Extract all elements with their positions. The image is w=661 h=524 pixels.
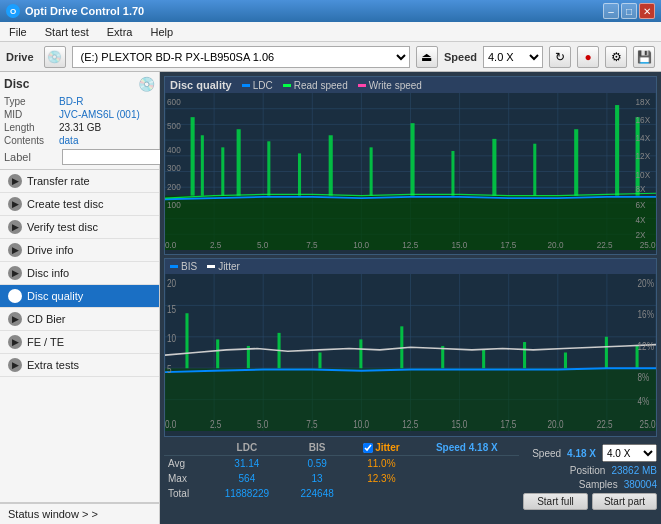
disc-mid-value: JVC-AMS6L (001) [59, 109, 140, 120]
svg-text:7.5: 7.5 [306, 418, 317, 430]
menu-bar: File Start test Extra Help [0, 22, 661, 42]
samples-row: Samples 380004 [579, 479, 657, 490]
disc-contents-value: data [59, 135, 78, 146]
samples-label: Samples [579, 479, 618, 490]
cd-bier-label: CD Bier [27, 313, 66, 325]
col-bis-header: BIS [286, 440, 348, 456]
sidebar-bottom: Status window > > [0, 502, 159, 524]
svg-text:12X: 12X [636, 151, 651, 162]
sidebar-item-drive-info[interactable]: ▶ Drive info [0, 239, 159, 262]
transfer-rate-label: Transfer rate [27, 175, 90, 187]
legend-write-speed: Write speed [358, 80, 422, 91]
svg-text:25.0: 25.0 [640, 418, 656, 430]
svg-text:300: 300 [167, 163, 181, 174]
sidebar: Disc 💿 Type BD-R MID JVC-AMS6L (001) Len… [0, 72, 160, 524]
speed-select[interactable]: 4.0 X [602, 444, 657, 462]
close-button[interactable]: ✕ [639, 3, 655, 19]
svg-text:20%: 20% [638, 277, 654, 289]
disc-length-label: Length [4, 122, 59, 133]
disc-quality-label: Disc quality [27, 290, 83, 302]
disc-label-label: Label [4, 151, 59, 163]
legend-jitter: Jitter [207, 261, 240, 272]
title-bar-controls: – □ ✕ [603, 3, 655, 19]
sidebar-item-fe-te[interactable]: ▶ FE / TE [0, 331, 159, 354]
disc-header: Disc 💿 [4, 76, 155, 92]
disc-contents-label: Contents [4, 135, 59, 146]
svg-rect-84 [318, 353, 321, 369]
svg-rect-31 [451, 151, 454, 196]
create-test-disc-icon: ▶ [8, 197, 22, 211]
legend-read-speed: Read speed [283, 80, 348, 91]
menu-help[interactable]: Help [145, 25, 178, 39]
legend-read-speed-dot [283, 84, 291, 87]
legend-write-speed-label: Write speed [369, 80, 422, 91]
svg-text:100: 100 [167, 199, 181, 210]
save-btn[interactable]: 💾 [633, 46, 655, 68]
sidebar-item-verify-test-disc[interactable]: ▶ Verify test disc [0, 216, 159, 239]
jitter-checkbox[interactable] [363, 443, 373, 453]
disc-panel: Disc 💿 Type BD-R MID JVC-AMS6L (001) Len… [0, 72, 159, 170]
app-icon: O [6, 4, 20, 18]
total-label: Total [164, 486, 208, 501]
svg-rect-24 [221, 147, 224, 195]
drive-bar: Drive 💿 (E:) PLEXTOR BD-R PX-LB950SA 1.0… [0, 42, 661, 72]
disc-eject-icon[interactable]: 💿 [138, 76, 155, 92]
sidebar-item-create-test-disc[interactable]: ▶ Create test disc [0, 193, 159, 216]
sidebar-item-transfer-rate[interactable]: ▶ Transfer rate [0, 170, 159, 193]
svg-text:12.5: 12.5 [402, 418, 418, 430]
sidebar-item-cd-bier[interactable]: ▶ CD Bier [0, 308, 159, 331]
stats-row-avg: Avg 31.14 0.59 11.0% [164, 456, 519, 472]
start-full-button[interactable]: Start full [523, 493, 588, 510]
svg-text:15.0: 15.0 [451, 239, 467, 250]
max-label: Max [164, 471, 208, 486]
speed-static-label: Speed [532, 448, 561, 459]
fe-te-icon: ▶ [8, 335, 22, 349]
sidebar-item-disc-info[interactable]: ▶ Disc info [0, 262, 159, 285]
svg-text:22.5: 22.5 [597, 418, 613, 430]
total-bis: 224648 [286, 486, 348, 501]
chart1-header: Disc quality LDC Read speed Write speed [165, 77, 656, 93]
start-part-button[interactable]: Start part [592, 493, 657, 510]
drive-info-icon: ▶ [8, 243, 22, 257]
svg-rect-28 [329, 135, 333, 195]
svg-text:5.0: 5.0 [257, 239, 268, 250]
extra-tests-icon: ▶ [8, 358, 22, 372]
col-jitter-header: Jitter [375, 442, 399, 453]
menu-file[interactable]: File [4, 25, 32, 39]
menu-extra[interactable]: Extra [102, 25, 138, 39]
disc-type-row: Type BD-R [4, 95, 155, 108]
eject-btn[interactable]: ⏏ [416, 46, 438, 68]
minimize-button[interactable]: – [603, 3, 619, 19]
svg-text:7.5: 7.5 [306, 239, 317, 250]
maximize-button[interactable]: □ [621, 3, 637, 19]
drive-icon-btn[interactable]: 💿 [44, 46, 66, 68]
settings-btn[interactable]: ⚙ [605, 46, 627, 68]
svg-rect-26 [267, 141, 270, 195]
svg-text:22.5: 22.5 [597, 239, 613, 250]
svg-rect-29 [370, 147, 373, 195]
drive-select[interactable]: (E:) PLEXTOR BD-R PX-LB950SA 1.06 [72, 46, 410, 68]
stats-row-max: Max 564 13 12.3% [164, 471, 519, 486]
sidebar-item-disc-quality[interactable]: ▶ Disc quality [0, 285, 159, 308]
chart1-svg: 0.0 2.5 5.0 7.5 10.0 12.5 15.0 17.5 20.0… [165, 93, 656, 250]
legend-bis: BIS [170, 261, 197, 272]
transfer-rate-icon: ▶ [8, 174, 22, 188]
burn-btn[interactable]: ● [577, 46, 599, 68]
status-window-label: Status window > > [8, 508, 98, 520]
speed-value: 4.18 X [567, 448, 596, 459]
sidebar-item-extra-tests[interactable]: ▶ Extra tests [0, 354, 159, 377]
svg-text:12%: 12% [638, 340, 654, 352]
speed-select[interactable]: 4.0 X [483, 46, 543, 68]
svg-text:15: 15 [167, 303, 176, 315]
status-window-button[interactable]: Status window > > [0, 503, 159, 524]
content-area: Disc quality LDC Read speed Write speed [160, 72, 661, 524]
cd-bier-icon: ▶ [8, 312, 22, 326]
svg-rect-32 [492, 139, 496, 196]
svg-text:200: 200 [167, 181, 181, 192]
main-layout: Disc 💿 Type BD-R MID JVC-AMS6L (001) Len… [0, 72, 661, 524]
menu-start-test[interactable]: Start test [40, 25, 94, 39]
stats-table-area: LDC BIS Jitter Speed 4.18 X [164, 440, 519, 520]
max-ldc: 564 [208, 471, 287, 486]
svg-text:5.0: 5.0 [257, 418, 268, 430]
refresh-btn[interactable]: ↻ [549, 46, 571, 68]
